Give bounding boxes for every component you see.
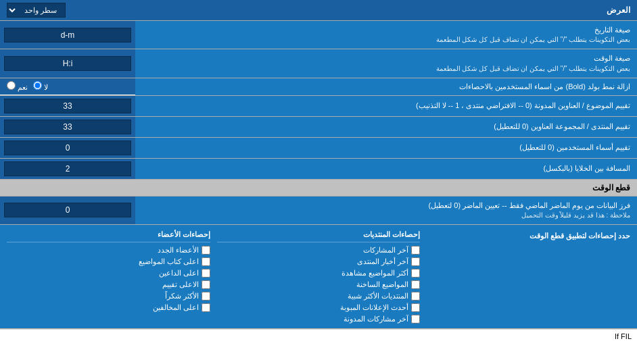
checkbox-top-violators[interactable] [202,303,210,312]
cells-distance-label: المسافة بين الخلايا (بالبكسل) [135,159,637,179]
cells-distance-input[interactable] [4,161,131,176]
checkbox-item-3: أكثر المواضيع مشاهدة [217,268,421,278]
checkbox-latest-classified[interactable] [411,303,420,312]
date-format-row: صيغة التاريخ بعض التكوينات يتطلب "/" الت… [0,21,637,49]
checkbox-hot-topics[interactable] [411,280,420,289]
date-format-input[interactable] [4,28,131,43]
topics-headers-input[interactable] [4,99,131,113]
checkbox-item-2: آخر أخبار المنتدى [217,257,421,267]
checkbox-item-1: آخر المشاركات [217,245,421,255]
checkbox-top-rated[interactable] [202,280,210,289]
time-format-input-container [0,49,135,77]
checkboxes-section: حدد إحصاءات لتطبيق قطع الوقت إحصاءات الم… [0,225,637,329]
checkbox-most-similar[interactable] [411,292,420,301]
realtime-input-container [0,197,135,224]
footer-text: If FIL [615,332,632,340]
page-title: العرض [607,5,630,15]
checkbox-new-members[interactable] [202,246,210,255]
col-forums-header: إحصاءات المنتديات [217,229,421,242]
realtime-input[interactable] [4,203,131,217]
checkbox-item-7: آخر مشاركات المدونة [217,314,421,324]
cells-distance-input-container [0,159,135,179]
checkbox-member-1: الأعضاء الجدد [7,245,210,255]
forum-headers-input-container [0,117,135,137]
date-format-label: صيغة التاريخ بعض التكوينات يتطلب "/" الت… [135,21,637,49]
topics-headers-label: تقييم الموضوع / العناوين المدونة (0 -- ا… [135,96,637,116]
footer: If FIL [0,329,637,343]
checkbox-item-4: المواضيع الساخنة [217,280,421,290]
checkbox-member-3: اعلى الداعين [7,268,210,278]
radio-yes[interactable] [7,81,16,90]
radio-no[interactable] [33,81,42,90]
checkboxes-header: حدد إحصاءات لتطبيق قطع الوقت [427,229,630,324]
checkbox-member-5: الأكثر شكراً [7,291,210,301]
usernames-row: تقييم أسماء المستخدمين (0 للتعطيل) [0,138,637,159]
main-container: العرض سطر واحد صيغة التاريخ بعض التكوينا… [0,0,637,343]
checkbox-forum-news[interactable] [411,257,420,266]
realtime-row: فرز البيانات من يوم الماضر الماضي فقط --… [0,197,637,225]
usernames-input[interactable] [4,140,131,155]
forum-headers-input[interactable] [4,120,131,134]
usernames-label: تقييم أسماء المستخدمين (0 للتعطيل) [135,138,637,158]
checkbox-item-5: المنتديات الأكثر شبية [217,291,421,301]
checkbox-top-writers[interactable] [202,257,210,266]
bold-label: ازالة نمط بولد (Bold) من اسماء المستخدمي… [135,78,637,95]
cells-distance-row: المسافة بين الخلايا (بالبكسل) [0,159,637,180]
checkbox-blog-posts[interactable] [411,315,420,323]
time-format-row: صيغة الوقت بعض التكوينات يتطلب "/" التي … [0,49,637,78]
bold-radio-row: ازالة نمط بولد (Bold) من اسماء المستخدمي… [0,78,637,96]
checkbox-member-4: الاعلى تقييم [7,280,210,290]
checkbox-most-thanked[interactable] [202,292,210,301]
checkbox-top-inviters[interactable] [202,269,210,278]
time-format-label: صيغة الوقت بعض التكوينات يتطلب "/" التي … [135,49,637,77]
radio-no-label: لا [33,81,48,92]
checkbox-last-posts[interactable] [411,246,420,255]
radio-yes-label: نعم [7,81,28,92]
forum-headers-row: تقييم المنتدى / المجموعة العناوين (0 للت… [0,117,637,138]
topics-headers-row: تقييم الموضوع / العناوين المدونة (0 -- ا… [0,96,637,117]
forum-headers-label: تقييم المنتدى / المجموعة العناوين (0 للت… [135,117,637,137]
checkboxes-col-forums: إحصاءات المنتديات آخر المشاركات آخر أخبا… [217,229,421,324]
realtime-section-header: قطع الوقت [0,180,637,197]
checkbox-item-6: أحدث الإعلانات المبوبة [217,303,421,313]
col-members-header: إحصاءات الأعضاء [7,229,210,242]
topics-headers-input-container [0,96,135,116]
display-dropdown[interactable]: سطر واحد [7,3,66,18]
usernames-input-container [0,138,135,158]
checkbox-most-viewed[interactable] [411,269,420,278]
date-format-input-container [0,21,135,49]
checkbox-member-2: اعلى كتاب المواضيع [7,257,210,267]
header-left: سطر واحد [7,3,66,18]
realtime-label: فرز البيانات من يوم الماضر الماضي فقط --… [135,197,637,224]
header-row: العرض سطر واحد [0,0,637,21]
bold-radio-input: لا نعم [0,78,135,95]
checkboxes-col-members: إحصاءات الأعضاء الأعضاء الجدد اعلى كتاب … [7,229,210,324]
time-format-input[interactable] [4,56,131,71]
checkbox-member-6: اعلى المخالفين [7,303,210,313]
